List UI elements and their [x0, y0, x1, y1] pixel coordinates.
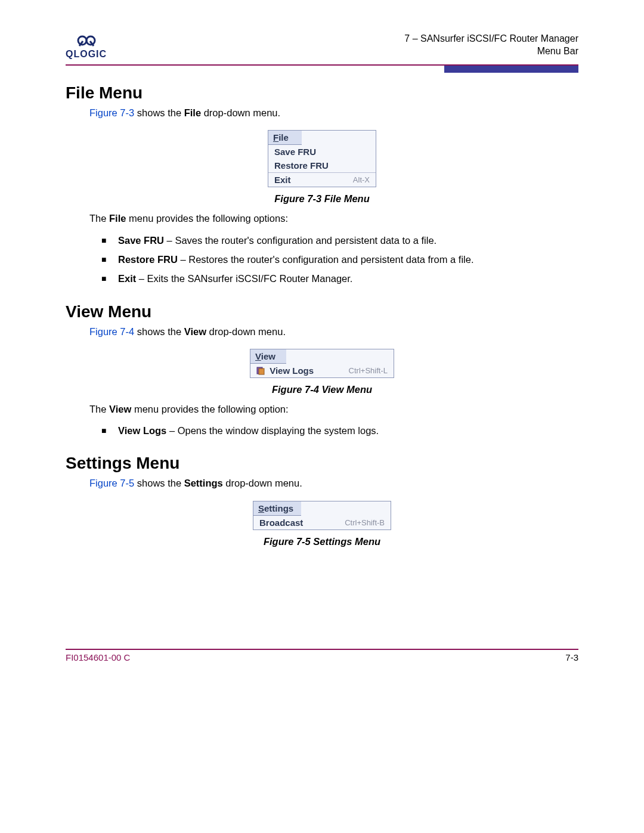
page-footer: FI0154601-00 C 7-3: [66, 650, 578, 662]
caption-figure-7-3: Figure 7-3 File Menu: [66, 193, 578, 205]
doc-number: FI0154601-00 C: [66, 652, 130, 662]
svg-point-0: [78, 36, 86, 45]
menu-item-exit: ExitAlt-X: [268, 173, 376, 187]
logs-icon: [256, 367, 265, 375]
caption-figure-7-5: Figure 7-5 Settings Menu: [66, 536, 578, 547]
file-after: The File menu provides the following opt…: [89, 212, 578, 225]
menu-head-settings: Settings: [253, 501, 301, 516]
file-menu-screenshot: File Save FRU Restore FRU ExitAlt-X: [268, 130, 376, 187]
option-view-logs: View Logs – Opens the window displaying …: [101, 424, 578, 437]
option-save-fru: Save FRU – Saves the router's configurat…: [101, 234, 578, 247]
link-figure-7-3[interactable]: Figure 7-3: [89, 107, 134, 118]
menu-item-save-fru: Save FRU: [268, 145, 376, 159]
heading-settings-menu: Settings Menu: [66, 454, 578, 473]
figure-7-3: File Save FRU Restore FRU ExitAlt-X: [66, 130, 578, 187]
caption-figure-7-4: Figure 7-4 View Menu: [66, 384, 578, 395]
view-intro: Figure 7-4 shows the View drop-down menu…: [89, 325, 578, 338]
option-restore-fru: Restore FRU – Restores the router's conf…: [101, 253, 578, 266]
menu-item-broadcast: BroadcastCtrl+Shift-B: [253, 516, 391, 529]
svg-rect-5: [259, 368, 264, 374]
settings-intro: Figure 7-5 shows the Settings drop-down …: [89, 476, 578, 490]
view-menu-screenshot: View View Logs Ctrl+Shift-L: [250, 349, 394, 378]
figure-7-4: View View Logs Ctrl+Shift-L: [66, 349, 578, 378]
heading-file-menu: File Menu: [66, 83, 578, 103]
header-rule: [66, 64, 578, 66]
link-figure-7-4[interactable]: Figure 7-4: [89, 326, 134, 337]
menu-item-restore-fru: Restore FRU: [268, 159, 376, 172]
section-line: Menu Bar: [404, 45, 578, 58]
view-options-list: View Logs – Opens the window displaying …: [101, 424, 578, 437]
page: QLOGIC 7 – SANsurfer iSCSI/FC Router Man…: [0, 0, 644, 686]
link-figure-7-5[interactable]: Figure 7-5: [89, 478, 134, 488]
file-intro: Figure 7-3 shows the File drop-down menu…: [89, 106, 578, 119]
file-options-list: Save FRU – Saves the router's configurat…: [101, 234, 578, 286]
logo: QLOGIC: [66, 33, 107, 60]
settings-menu-screenshot: Settings BroadcastCtrl+Shift-B: [253, 501, 391, 530]
heading-view-menu: View Menu: [66, 302, 578, 321]
logo-text: QLOGIC: [66, 48, 107, 60]
view-after: The View menu provides the following opt…: [89, 402, 578, 416]
option-exit: Exit – Exits the SANsurfer iSCSI/FC Rout…: [101, 272, 578, 285]
menu-head-file: File: [268, 131, 302, 145]
chapter-line: 7 – SANsurfer iSCSI/FC Router Manager: [404, 33, 578, 45]
svg-point-1: [86, 36, 95, 45]
header-right: 7 – SANsurfer iSCSI/FC Router Manager Me…: [404, 33, 578, 58]
figure-7-5: Settings BroadcastCtrl+Shift-B: [66, 501, 578, 530]
page-number: 7-3: [565, 652, 578, 662]
qlogic-logo-icon: [75, 33, 98, 48]
menu-item-view-logs: View Logs Ctrl+Shift-L: [250, 364, 394, 377]
menu-head-view: View: [250, 349, 286, 364]
page-header: QLOGIC 7 – SANsurfer iSCSI/FC Router Man…: [66, 33, 578, 60]
